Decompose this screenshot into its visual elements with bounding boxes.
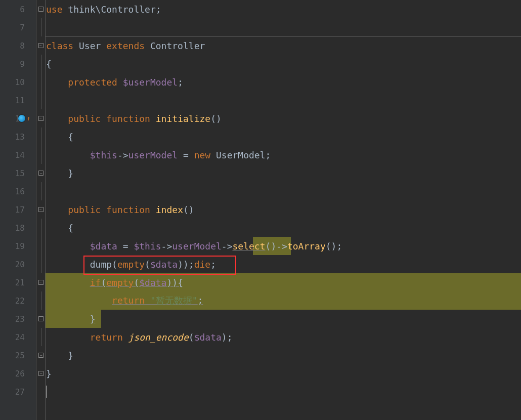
- keyword-return: return: [90, 332, 123, 343]
- line-gutter[interactable]: 6 7 8 9 10 11 12 ↑ 13 14 15 16 17 18 19 …: [0, 0, 36, 420]
- code-line[interactable]: return "暂无数据";: [46, 291, 521, 310]
- keyword-return: return: [112, 295, 145, 306]
- line-number[interactable]: 16: [0, 182, 36, 200]
- code-line[interactable]: use think\Controller;: [46, 0, 521, 18]
- text-caret: [46, 386, 47, 398]
- code-editor[interactable]: 6 7 8 9 10 11 12 ↑ 13 14 15 16 17 18 19 …: [0, 0, 521, 420]
- code-line[interactable]: }: [46, 310, 521, 328]
- string-literal: "暂无数据": [150, 295, 198, 306]
- variable: $data: [194, 332, 222, 343]
- code-line[interactable]: return json_encode($data);: [46, 328, 521, 346]
- fold-end-icon[interactable]: −: [38, 171, 44, 176]
- keyword-empty: empty: [106, 277, 134, 288]
- line-number[interactable]: 6: [0, 0, 36, 18]
- code-line[interactable]: [46, 182, 521, 200]
- property: $userModel: [123, 77, 178, 88]
- keyword-use: use: [46, 4, 63, 15]
- code-line[interactable]: public function index(): [46, 200, 521, 219]
- class-name: User: [79, 40, 101, 51]
- fold-minus-icon[interactable]: −: [38, 280, 44, 285]
- namespace: think: [68, 4, 95, 15]
- keyword-protected: protected: [68, 77, 117, 88]
- fold-minus-icon[interactable]: −: [38, 43, 44, 48]
- line-number[interactable]: 14: [0, 146, 36, 164]
- code-line[interactable]: [46, 91, 521, 109]
- line-number[interactable]: 17: [0, 200, 36, 219]
- line-number[interactable]: 21: [0, 273, 36, 291]
- keyword-extends: extends: [106, 40, 145, 51]
- line-number[interactable]: 25: [0, 346, 36, 364]
- code-line[interactable]: [46, 383, 521, 401]
- line-number[interactable]: 19: [0, 237, 36, 255]
- code-line[interactable]: {: [46, 219, 521, 237]
- code-line[interactable]: }: [46, 364, 521, 383]
- code-line[interactable]: }: [46, 164, 521, 182]
- code-area[interactable]: use think\Controller; class User extends…: [46, 0, 521, 420]
- keyword-new: new: [194, 150, 211, 160]
- keyword-die: die: [194, 259, 211, 270]
- code-line[interactable]: [46, 18, 521, 36]
- breakpoint-icon[interactable]: [18, 115, 25, 122]
- code-line[interactable]: protected $userModel;: [46, 73, 521, 91]
- line-number[interactable]: 13: [0, 128, 36, 146]
- keyword-function: function: [106, 204, 150, 215]
- line-number[interactable]: 15: [0, 164, 36, 182]
- variable: $data: [90, 241, 117, 251]
- variable: $data: [139, 277, 166, 288]
- fold-minus-icon[interactable]: −: [38, 116, 44, 121]
- line-number[interactable]: 7: [0, 18, 36, 36]
- code-line[interactable]: }: [46, 346, 521, 364]
- code-line[interactable]: public function initialize(): [46, 109, 521, 128]
- line-number[interactable]: 11: [0, 91, 36, 109]
- method-call: toArray: [287, 241, 326, 251]
- keyword-if: if: [90, 277, 101, 288]
- code-line[interactable]: $this->userModel = new UserModel;: [46, 146, 521, 164]
- code-line[interactable]: {: [46, 55, 521, 73]
- fold-end-icon[interactable]: −: [38, 353, 44, 358]
- fold-end-icon[interactable]: −: [38, 316, 44, 321]
- line-number[interactable]: 26: [0, 364, 36, 383]
- arrow-up-icon: ↑: [27, 115, 30, 122]
- code-line[interactable]: dump(empty($data));die;: [46, 255, 521, 273]
- line-number[interactable]: 23: [0, 310, 36, 328]
- line-number[interactable]: 9: [0, 55, 36, 73]
- line-number[interactable]: 8: [0, 36, 36, 55]
- code-line[interactable]: {: [46, 128, 521, 146]
- method-call: select: [233, 241, 266, 251]
- class-ref: Controller: [101, 4, 155, 15]
- variable: $data: [150, 259, 178, 270]
- line-number[interactable]: 27: [0, 383, 36, 401]
- code-line[interactable]: if(empty($data)){: [46, 273, 521, 291]
- line-number[interactable]: 10: [0, 73, 36, 91]
- function-call: dump: [90, 259, 112, 270]
- keyword-empty: empty: [117, 259, 145, 270]
- line-number[interactable]: 12 ↑: [0, 109, 36, 128]
- keyword-function: function: [106, 113, 150, 124]
- line-number[interactable]: 22: [0, 291, 36, 310]
- variable-this: $this: [90, 150, 117, 160]
- function-call: json_encode: [128, 332, 189, 343]
- keyword-class: class: [46, 40, 73, 51]
- variable-this: $this: [134, 241, 161, 251]
- line-number[interactable]: 24: [0, 328, 36, 346]
- class-ref: UserModel: [216, 150, 266, 160]
- fold-column[interactable]: − − − − − − − − −: [36, 0, 46, 420]
- keyword-public: public: [68, 204, 101, 215]
- fold-end-icon[interactable]: −: [38, 371, 44, 376]
- keyword-public: public: [68, 113, 101, 124]
- property-ref: userModel: [172, 241, 222, 251]
- line-number[interactable]: 18: [0, 219, 36, 237]
- fold-minus-icon[interactable]: −: [38, 207, 44, 212]
- method-name: index: [156, 204, 183, 215]
- parent-class: Controller: [150, 40, 205, 51]
- code-line[interactable]: class User extends Controller: [46, 36, 521, 55]
- method-name: initialize: [156, 113, 210, 124]
- code-line[interactable]: $data = $this->userModel->select()->toAr…: [46, 237, 521, 255]
- line-number[interactable]: 20: [0, 255, 36, 273]
- fold-minus-icon[interactable]: −: [38, 7, 44, 12]
- property-ref: userModel: [128, 150, 178, 160]
